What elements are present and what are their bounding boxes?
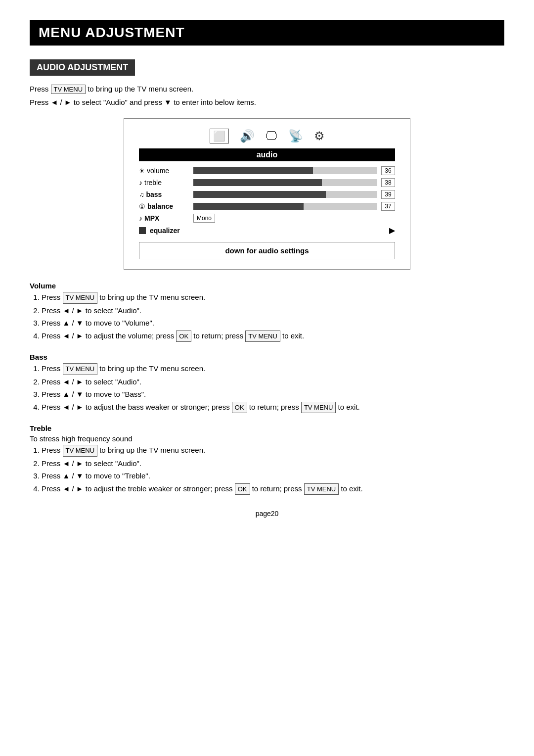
bass-label: ♫ bass [139, 190, 193, 198]
list-item: Press TV MENU to bring up the TV menu sc… [42, 292, 504, 304]
equalizer-icon [139, 227, 146, 234]
volume-value: 36 [381, 166, 395, 175]
intro-line2: Press ◄ / ► to select "Audio" and press … [30, 98, 504, 106]
volume-bar-bg [193, 167, 377, 174]
tv-menu-kbd: TV MENU [63, 363, 98, 375]
equalizer-arrow-icon: ▶ [389, 226, 395, 235]
page-title: MENU ADJUSTMENT [30, 20, 504, 46]
volume-icon: ☀ [139, 167, 145, 175]
ok-kbd: OK [235, 483, 250, 495]
bass-bar-area: 39 [193, 190, 395, 199]
page-number: page20 [30, 510, 504, 518]
list-item: Press ◄ / ► to adjust the treble weaker … [42, 483, 504, 495]
list-item: Press ◄ / ► to adjust the volume; press … [42, 331, 504, 342]
treble-row: ♪ treble 38 [139, 178, 395, 187]
audio-icon: 🔊 [240, 129, 255, 143]
treble-bar-area: 38 [193, 178, 395, 187]
volume-bar-area: 36 [193, 166, 395, 175]
balance-label: ① balance [139, 202, 193, 210]
bass-steps: Press TV MENU to bring up the TV menu sc… [42, 363, 504, 413]
volume-row: ☀ volume 36 [139, 166, 395, 175]
bass-bar-fill [193, 191, 326, 198]
volume-section: Volume Press TV MENU to bring up the TV … [30, 282, 504, 342]
tv-menu-kbd-1: TV MENU [51, 85, 86, 94]
list-item: Press ◄ / ► to adjust the bass weaker or… [42, 402, 504, 414]
bass-section: Bass Press TV MENU to bring up the TV me… [30, 353, 504, 413]
intro-line1: Press TV MENU to bring up the TV menu sc… [30, 85, 504, 94]
volume-steps: Press TV MENU to bring up the TV menu sc… [42, 292, 504, 342]
balance-bar-area: 37 [193, 202, 395, 211]
list-item: Press ◄ / ► to select "Audio". [42, 305, 504, 317]
bass-bar-bg [193, 191, 377, 198]
balance-value: 37 [381, 202, 395, 211]
balance-row: ① balance 37 [139, 202, 395, 211]
volume-label: ☀ volume [139, 167, 193, 175]
list-item: Press ◄ / ► to select "Audio". [42, 377, 504, 388]
volume-bar-fill [193, 167, 313, 174]
tv-menu-kbd: TV MENU [304, 483, 339, 495]
menu-diagram: ⬜ 🔊 🖵 📡 ⚙ audio ☀ volume 36 ♪ treble [124, 118, 410, 270]
mpx-value: Mono [193, 214, 215, 223]
channel-icon: 📡 [288, 129, 303, 143]
balance-icon: ① [139, 202, 145, 210]
bass-row: ♫ bass 39 [139, 190, 395, 199]
treble-section-title: Treble [30, 424, 504, 432]
mpx-icon: ♪ [139, 214, 142, 222]
treble-value: 38 [381, 178, 395, 187]
tv-menu-kbd: TV MENU [301, 402, 336, 414]
tv-menu-kbd: TV MENU [245, 331, 280, 342]
setup-icon: ⚙ [314, 129, 325, 143]
treble-bar-fill [193, 179, 322, 186]
tv-menu-kbd: TV MENU [63, 292, 98, 304]
mpx-value-area: Mono [193, 214, 395, 223]
tv-icon: ⬜ [210, 129, 229, 143]
list-item: Press ◄ / ► to select "Audio". [42, 458, 504, 470]
bass-section-title: Bass [30, 353, 504, 361]
list-item: Press ▲ / ▼ to move to "Bass". [42, 389, 504, 400]
audio-label: audio [139, 148, 395, 161]
mpx-row: ♪ MPX Mono [139, 214, 395, 223]
down-for-audio-banner: down for audio settings [139, 242, 395, 259]
bass-icon: ♫ [139, 190, 144, 198]
treble-section: Treble To stress high frequency sound Pr… [30, 424, 504, 495]
volume-section-title: Volume [30, 282, 504, 290]
treble-intro: To stress high frequency sound [30, 434, 504, 443]
tv-menu-kbd: TV MENU [63, 445, 98, 457]
treble-steps: Press TV MENU to bring up the TV menu sc… [42, 445, 504, 495]
list-item: Press TV MENU to bring up the TV menu sc… [42, 445, 504, 457]
treble-bar-bg [193, 179, 377, 186]
balance-bar-fill [193, 203, 304, 210]
treble-label: ♪ treble [139, 179, 193, 187]
ok-kbd: OK [232, 402, 247, 414]
balance-bar-bg [193, 203, 377, 210]
mpx-label: ♪ MPX [139, 214, 193, 222]
list-item: Press ▲ / ▼ to move to "Treble". [42, 471, 504, 482]
equalizer-label: equalizer [139, 227, 193, 235]
ok-kbd: OK [176, 331, 191, 342]
list-item: Press ▲ / ▼ to move to "Volume". [42, 318, 504, 329]
equalizer-arrow-area: ▶ [193, 226, 395, 235]
bass-value: 39 [381, 190, 395, 199]
treble-icon: ♪ [139, 179, 142, 187]
picture-icon: 🖵 [266, 129, 277, 143]
section-title: AUDIO ADJUSTMENT [30, 59, 504, 85]
list-item: Press TV MENU to bring up the TV menu sc… [42, 363, 504, 375]
menu-icons-row: ⬜ 🔊 🖵 📡 ⚙ [139, 129, 395, 143]
equalizer-row: equalizer ▶ [139, 226, 395, 235]
